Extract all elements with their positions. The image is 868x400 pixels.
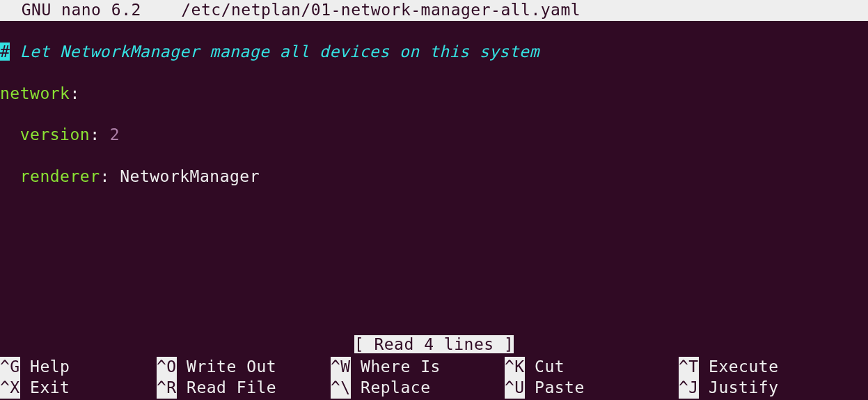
key-label: Where Is <box>351 357 441 378</box>
shortcuts-bar: ^G Help ^O Write Out ^W Where Is ^K Cut … <box>0 357 868 399</box>
editor-line: renderer: NetworkManager <box>0 167 868 187</box>
yaml-colon: : <box>70 84 79 102</box>
editor-area[interactable]: # Let NetworkManager manage all devices … <box>0 21 868 208</box>
status-bar: [ Read 4 lines ] <box>0 334 868 355</box>
key-label: Paste <box>525 378 585 399</box>
key-combo: ^X <box>0 378 20 399</box>
file-path: /etc/netplan/01-network-manager-all.yaml <box>181 1 581 19</box>
key-combo: ^U <box>505 378 525 399</box>
shortcut-cut[interactable]: ^K Cut <box>505 357 679 378</box>
indent <box>0 167 20 185</box>
shortcuts-row-2: ^X Exit ^R Read File ^\ Replace ^U Paste… <box>0 378 868 399</box>
key-combo: ^O <box>157 357 177 378</box>
yaml-colon: : <box>100 167 120 185</box>
indent <box>0 125 20 144</box>
yaml-key: version <box>20 125 90 144</box>
shortcut-exit[interactable]: ^X Exit <box>0 378 157 399</box>
key-label: Exit <box>20 378 70 399</box>
shortcut-help[interactable]: ^G Help <box>0 357 157 378</box>
shortcut-paste[interactable]: ^U Paste <box>505 378 679 399</box>
yaml-key: network <box>0 84 70 102</box>
key-label: Read File <box>177 378 276 399</box>
key-combo: ^K <box>505 357 525 378</box>
key-combo: ^R <box>157 378 177 399</box>
key-combo: ^G <box>0 357 20 378</box>
key-combo: ^T <box>679 357 699 378</box>
shortcut-execute[interactable]: ^T Execute <box>679 357 853 378</box>
yaml-value-number: 2 <box>110 125 120 144</box>
key-label: Replace <box>351 378 431 399</box>
key-label: Cut <box>525 357 565 378</box>
yaml-value-string: NetworkManager <box>120 167 260 185</box>
editor-line: # Let NetworkManager manage all devices … <box>0 42 868 63</box>
app-name: GNU nano 6.2 <box>1 1 141 19</box>
status-message: [ Read 4 lines ] <box>354 335 514 353</box>
shortcut-write-out[interactable]: ^O Write Out <box>157 357 331 378</box>
key-combo: ^W <box>331 357 351 378</box>
title-bar: GNU nano 6.2 /etc/netplan/01-network-man… <box>0 0 868 21</box>
key-combo: ^\ <box>331 378 351 399</box>
shortcut-replace[interactable]: ^\ Replace <box>331 378 505 399</box>
yaml-colon: : <box>90 125 110 144</box>
shortcuts-row-1: ^G Help ^O Write Out ^W Where Is ^K Cut … <box>0 357 868 378</box>
comment-text: Let NetworkManager manage all devices on… <box>10 43 539 61</box>
shortcut-justify[interactable]: ^J Justify <box>679 378 853 399</box>
editor-line: version: 2 <box>0 125 868 146</box>
editor-line: network: <box>0 84 868 105</box>
shortcut-where-is[interactable]: ^W Where Is <box>331 357 505 378</box>
key-combo: ^J <box>679 378 699 399</box>
comment-marker: # <box>0 43 10 61</box>
shortcut-read-file[interactable]: ^R Read File <box>157 378 331 399</box>
key-label: Justify <box>699 378 779 399</box>
yaml-key: renderer <box>20 167 100 185</box>
key-label: Help <box>20 357 70 378</box>
key-label: Write Out <box>177 357 276 378</box>
key-label: Execute <box>699 357 779 378</box>
